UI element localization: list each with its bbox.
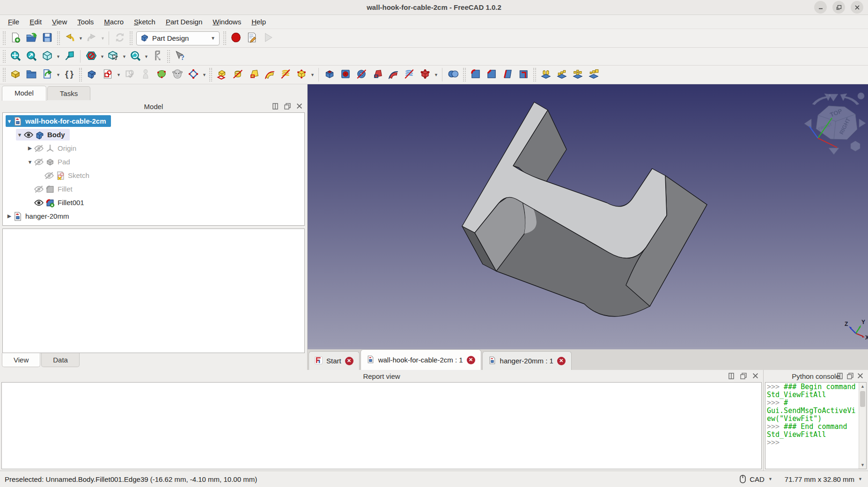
expander-down-icon[interactable]: ▼ <box>16 132 23 138</box>
scrollbar-thumb[interactable] <box>860 391 865 407</box>
fillet-button[interactable] <box>468 67 484 82</box>
toolbar-grip[interactable] <box>223 31 226 45</box>
align-view-button[interactable] <box>61 49 77 64</box>
menu-part-design[interactable]: Part Design <box>161 16 207 27</box>
undo-button[interactable] <box>62 31 78 46</box>
variable-set-button[interactable]: { } <box>61 67 77 82</box>
mirrored-button[interactable] <box>538 67 554 82</box>
property-editor[interactable] <box>2 229 305 353</box>
toolbar-grip[interactable] <box>79 68 82 81</box>
tab-close-icon[interactable]: ✕ <box>345 357 353 365</box>
dock-panel-icon[interactable] <box>836 372 844 380</box>
redo-button[interactable] <box>84 31 100 46</box>
additive-primitive-button[interactable] <box>294 67 309 82</box>
clip-plane-button-dropdown[interactable]: ▼ <box>99 49 105 64</box>
toolbar-grip[interactable] <box>57 31 60 45</box>
toolbar-grip[interactable] <box>130 31 132 45</box>
view-isometric-button-dropdown[interactable]: ▼ <box>55 49 61 64</box>
mouse-mode-selector[interactable]: CAD <box>750 475 765 483</box>
toolbar-grip[interactable] <box>463 68 466 81</box>
tab-data[interactable]: Data <box>41 353 80 367</box>
3d-viewport[interactable]: TOP RIGHT FRONT X <box>308 84 868 347</box>
tab-view[interactable]: View <box>2 353 40 367</box>
create-group-button[interactable] <box>23 67 39 82</box>
subtractive-loft-button[interactable] <box>369 67 385 82</box>
scroll-up-icon[interactable]: ▲ <box>859 383 866 390</box>
tree-item-fillet[interactable]: Fillet <box>3 182 304 196</box>
menu-tools[interactable]: Tools <box>72 16 99 27</box>
workbench-selector[interactable]: Part Design▼ <box>136 31 220 45</box>
linear-pattern-button[interactable] <box>554 67 570 82</box>
clip-plane-button[interactable] <box>83 49 99 64</box>
create-datum-button[interactable] <box>185 67 201 82</box>
subtractive-primitive-button[interactable] <box>417 67 433 82</box>
pad-button[interactable] <box>214 67 230 82</box>
create-sketch-button-dropdown[interactable]: ▼ <box>116 67 122 82</box>
expander-right-icon[interactable]: ▶ <box>26 145 34 151</box>
menu-file[interactable]: File <box>3 16 24 27</box>
close-button[interactable] <box>851 1 863 14</box>
minimize-button[interactable] <box>814 1 827 14</box>
redo-button-dropdown[interactable]: ▼ <box>100 31 106 46</box>
new-document-button[interactable] <box>7 31 23 46</box>
additive-pipe-button[interactable] <box>262 67 278 82</box>
console-scrollbar[interactable]: ▲ ▼ <box>859 383 866 469</box>
menu-sketch[interactable]: Sketch <box>129 16 161 27</box>
draft-button[interactable] <box>500 67 515 82</box>
create-part-button[interactable] <box>7 67 23 82</box>
make-link-button[interactable] <box>39 67 55 82</box>
tree-item-wall-hook-for-cable-2cm[interactable]: ▼wall-hook-for-cable-2cm <box>3 114 304 128</box>
subtractive-pipe-button[interactable] <box>385 67 401 82</box>
dock-panel-icon[interactable] <box>727 372 735 380</box>
tree-item-fillet001[interactable]: Fillet001 <box>3 196 304 209</box>
validate-sketch-button[interactable] <box>122 67 138 82</box>
measure-button[interactable] <box>149 49 165 64</box>
toolbar-grip[interactable] <box>167 50 170 63</box>
close-panel-icon[interactable] <box>295 102 303 110</box>
create-body-button[interactable] <box>84 67 100 82</box>
visibility-on-icon[interactable] <box>34 199 44 207</box>
revolution-button[interactable] <box>230 67 246 82</box>
hole-button[interactable] <box>338 67 353 82</box>
groove-button[interactable] <box>353 67 369 82</box>
close-panel-icon[interactable] <box>751 372 759 380</box>
maximize-button[interactable] <box>832 1 845 14</box>
rotate-view-button-dropdown[interactable]: ▼ <box>143 49 149 64</box>
visibility-on-icon[interactable] <box>23 131 34 139</box>
toolbar-grip[interactable] <box>533 68 536 81</box>
navcube-top-view-dot[interactable] <box>858 93 864 99</box>
macro-record-button[interactable] <box>228 31 244 46</box>
menu-view[interactable]: View <box>47 16 72 27</box>
tree-item-pad[interactable]: ▼Pad <box>3 155 304 169</box>
dimensions-dropdown-icon[interactable]: ▼ <box>858 477 862 481</box>
tree-item-hanger-20mm[interactable]: ▶hanger-20mm <box>3 209 304 223</box>
document-tab-start[interactable]: Start✕ <box>309 351 360 370</box>
additive-helix-button[interactable] <box>278 67 294 82</box>
viewport-dimensions[interactable]: 71.77 mm x 32.80 mm <box>785 475 854 483</box>
tree-item-body[interactable]: ▼Body <box>3 128 304 141</box>
box-selection-button[interactable] <box>105 49 121 64</box>
tree-item-sketch[interactable]: Sketch <box>3 169 304 182</box>
visibility-off-icon[interactable] <box>34 185 44 193</box>
toolbar-grip[interactable] <box>3 31 6 45</box>
toolbar-grip[interactable] <box>209 68 212 81</box>
clone-button[interactable] <box>169 67 185 82</box>
multitransform-button[interactable] <box>586 67 602 82</box>
tree-item-origin[interactable]: ▶Origin <box>3 141 304 155</box>
fit-selection-button[interactable] <box>23 49 39 64</box>
document-tab-wall-hook-for-cable-2cm-1[interactable]: wall-hook-for-cable-2cm : 1✕ <box>360 349 481 370</box>
create-sketch-button[interactable] <box>100 67 116 82</box>
view-isometric-button[interactable] <box>39 49 55 64</box>
float-panel-icon[interactable] <box>846 372 854 380</box>
subtractive-helix-button[interactable] <box>401 67 417 82</box>
document-tab-hanger-20mm-1[interactable]: hanger-20mm : 1✕ <box>482 351 572 370</box>
pocket-button[interactable] <box>322 67 338 82</box>
box-selection-button-dropdown[interactable]: ▼ <box>121 49 127 64</box>
float-panel-icon[interactable] <box>283 102 291 110</box>
whats-this-button[interactable]: ? <box>172 49 188 64</box>
visibility-off-icon[interactable] <box>34 158 44 166</box>
menu-help[interactable]: Help <box>246 16 271 27</box>
undo-button-dropdown[interactable]: ▼ <box>78 31 84 46</box>
dock-panel-icon[interactable] <box>271 102 279 110</box>
polar-pattern-button[interactable] <box>570 67 586 82</box>
